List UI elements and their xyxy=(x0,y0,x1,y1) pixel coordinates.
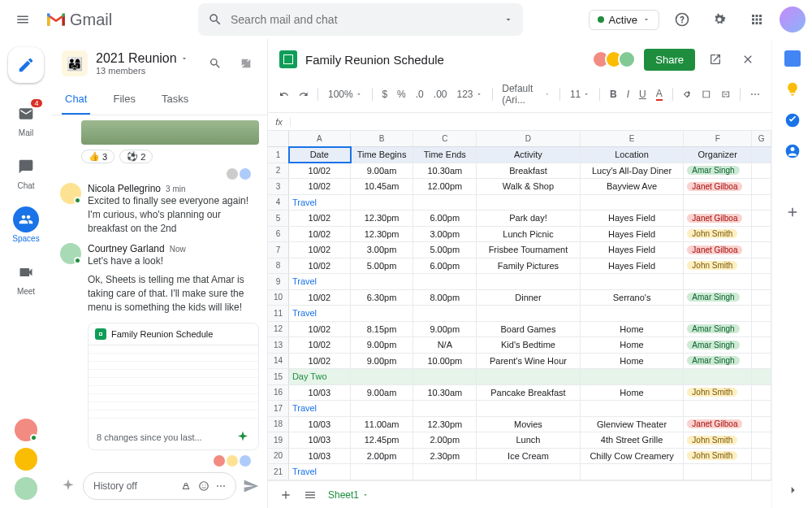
row-header[interactable]: 20 xyxy=(268,449,289,464)
row-header[interactable]: 10 xyxy=(268,290,289,306)
cell[interactable] xyxy=(581,401,685,416)
cell[interactable] xyxy=(752,195,771,211)
cell[interactable] xyxy=(477,401,581,416)
row-header[interactable]: 5 xyxy=(268,211,289,226)
cell[interactable]: 3.00pm xyxy=(413,227,477,242)
cell[interactable]: John Smith xyxy=(684,227,752,242)
row-header[interactable]: 11 xyxy=(268,306,289,321)
image-attachment[interactable] xyxy=(81,120,259,145)
formula-bar[interactable]: fx xyxy=(268,113,771,131)
contact-avatar[interactable] xyxy=(15,477,37,500)
contact-avatar[interactable] xyxy=(15,419,37,441)
cell[interactable]: 10/03 xyxy=(289,417,351,432)
cell[interactable]: Home xyxy=(581,354,685,369)
cell[interactable] xyxy=(752,322,771,337)
cell[interactable] xyxy=(351,464,414,480)
share-button[interactable]: Share xyxy=(644,49,695,71)
cell[interactable]: 5.00pm xyxy=(351,258,414,274)
sheet-attachment-card[interactable]: Family Reunion Schedule 8 changes since … xyxy=(88,323,259,450)
cell[interactable]: Walk & Shop xyxy=(477,179,581,194)
cell[interactable]: 10/02 xyxy=(289,290,351,306)
cell[interactable] xyxy=(413,369,477,384)
cell[interactable]: Janet Gilboa xyxy=(684,211,752,226)
cell[interactable]: Kid's Bedtime xyxy=(477,337,581,353)
row-header[interactable]: 2 xyxy=(268,163,289,179)
open-new-button[interactable] xyxy=(703,47,728,72)
cell[interactable]: Parent's Wine Hour xyxy=(477,354,581,369)
cell[interactable] xyxy=(752,290,771,306)
cell[interactable]: Hayes Field xyxy=(581,227,685,242)
cell[interactable] xyxy=(581,369,685,384)
header-cell[interactable]: Date xyxy=(289,147,351,163)
cell[interactable]: 9.00pm xyxy=(351,337,414,353)
add-app-icon[interactable] xyxy=(785,205,800,219)
col-header[interactable]: F xyxy=(684,131,752,146)
cell[interactable]: 6.00pm xyxy=(413,258,477,274)
cell[interactable] xyxy=(752,179,771,194)
borders-icon[interactable] xyxy=(702,88,711,101)
cell[interactable] xyxy=(752,417,771,432)
cell[interactable] xyxy=(413,306,477,321)
chevron-right-icon[interactable] xyxy=(786,484,799,497)
row-header[interactable]: 13 xyxy=(268,337,289,353)
select-all-corner[interactable] xyxy=(268,131,289,146)
cell[interactable]: Amar Singh xyxy=(684,290,752,306)
col-header[interactable]: G xyxy=(752,131,771,146)
undo-icon[interactable] xyxy=(279,88,289,101)
cell[interactable]: 10/02 xyxy=(289,242,351,258)
bold-button[interactable]: B xyxy=(610,89,617,100)
cell[interactable]: 10/02 xyxy=(289,211,351,226)
cell[interactable] xyxy=(477,306,581,321)
cell[interactable]: 10.45am xyxy=(351,179,414,194)
row-header[interactable]: 6 xyxy=(268,227,289,242)
cell[interactable]: Hayes Field xyxy=(581,258,685,274)
cell[interactable]: Janet Gilboa xyxy=(684,242,752,258)
cell[interactable] xyxy=(581,195,685,211)
cell[interactable]: Travel xyxy=(289,401,351,416)
cell[interactable] xyxy=(351,274,414,289)
cell[interactable]: Travel xyxy=(289,306,351,321)
cell[interactable]: Janet Gilboa xyxy=(684,179,752,194)
cell[interactable] xyxy=(684,274,752,289)
avatar[interactable] xyxy=(60,243,81,264)
cell[interactable]: 11.00am xyxy=(351,417,414,432)
cell[interactable]: Travel xyxy=(289,195,351,211)
cell[interactable] xyxy=(684,306,752,321)
cell[interactable] xyxy=(351,401,414,416)
more-toolbar-button[interactable]: ⋯ xyxy=(750,89,760,100)
cell[interactable] xyxy=(477,195,581,211)
rail-spaces[interactable]: Spaces xyxy=(3,202,49,248)
cell[interactable] xyxy=(752,147,771,163)
cell[interactable] xyxy=(684,401,752,416)
cell[interactable] xyxy=(752,354,771,369)
row-header[interactable]: 1 xyxy=(268,147,289,163)
cell[interactable] xyxy=(752,369,771,384)
close-button[interactable] xyxy=(736,47,760,72)
cell[interactable]: 10/02 xyxy=(289,163,351,179)
tab-tasks[interactable]: Tasks xyxy=(158,85,192,115)
cell[interactable] xyxy=(581,274,685,289)
cell[interactable]: 6.30pm xyxy=(351,290,414,306)
cell[interactable]: John Smith xyxy=(684,385,752,401)
row-header[interactable]: 4 xyxy=(268,195,289,211)
col-header[interactable]: A xyxy=(289,131,351,146)
cell[interactable]: Dinner xyxy=(477,290,581,306)
dropdown-icon[interactable] xyxy=(503,15,513,24)
avatar[interactable] xyxy=(60,183,81,204)
rail-mail[interactable]: 4 Mail xyxy=(3,96,49,142)
more-icon[interactable]: ⋯ xyxy=(216,480,226,492)
cell[interactable]: Hayes Field xyxy=(581,242,685,258)
spreadsheet-grid[interactable]: A B C D E F G 1DateTime BeginsTime EndsA… xyxy=(268,131,771,496)
cell[interactable] xyxy=(752,432,771,448)
cell[interactable] xyxy=(477,369,581,384)
cell[interactable]: 8.00pm xyxy=(413,290,477,306)
cell[interactable] xyxy=(477,464,581,480)
row-header[interactable]: 15 xyxy=(268,369,289,384)
cell[interactable]: 12.30pm xyxy=(351,227,414,242)
cell[interactable]: 2.00pm xyxy=(413,432,477,448)
cell[interactable]: 12.00pm xyxy=(413,179,477,194)
cell[interactable] xyxy=(752,274,771,289)
col-header[interactable]: C xyxy=(413,131,477,146)
cell[interactable]: 9.00pm xyxy=(413,322,477,337)
cell[interactable]: 10.30am xyxy=(413,163,477,179)
